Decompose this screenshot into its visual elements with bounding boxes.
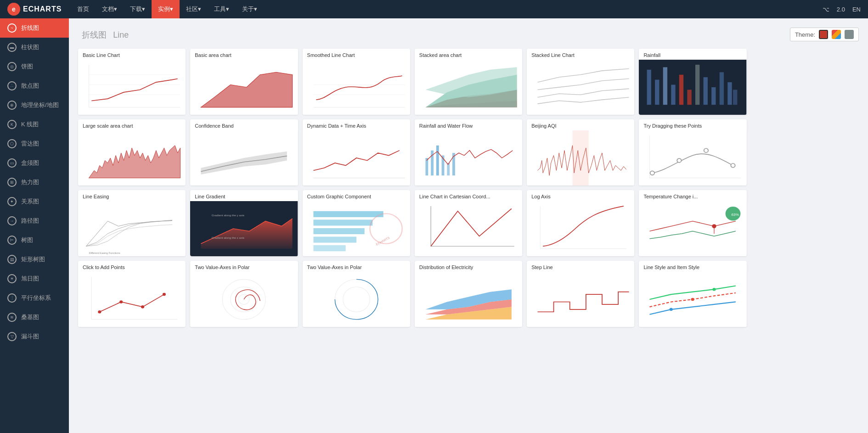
svg-rect-63 [313,236,356,242]
nav-community[interactable]: 社区▾ [180,0,208,18]
svg-text:Different Easing Functions: Different Easing Functions [89,252,120,254]
svg-rect-70 [527,201,634,256]
nav-download[interactable]: 下载▾ [124,0,152,18]
chart-preview-line-gradient: Gradient along the y axis Gradient along… [190,201,298,256]
sidebar-item-lines[interactable]: → 路径图 [0,211,69,231]
svg-rect-21 [663,67,667,105]
chart-title-cartesian: Line Chart in Cartesian Coord... [415,190,522,201]
chart-card-stacked-area[interactable]: Stacked area chart [415,49,522,115]
sidebar-label-scatter: 散点图 [21,82,39,90]
svg-rect-19 [647,70,651,105]
sidebar-label-bar: 柱状图 [21,43,39,51]
svg-rect-22 [671,85,676,105]
nav-tools[interactable]: 工具▾ [208,0,236,18]
chart-card-basic-area[interactable]: Basic area chart [190,49,298,115]
chart-title-two-polar2: Two Value-Axes in Polar [303,261,410,272]
chart-preview-temp-change: 63% [639,201,746,256]
sidebar-item-sankey[interactable]: ≋ 桑基图 [0,308,69,327]
theme-dot-red[interactable] [819,30,828,39]
chart-card-cartesian[interactable]: Line Chart in Cartesian Coord... [415,190,522,256]
chart-title-line-easing: Line Easing [78,190,186,201]
sidebar-item-geo[interactable]: ⊕ 地理坐标/地图 [0,96,69,115]
chart-card-step-line[interactable]: Step Line [527,261,634,327]
chart-title-line-style: Line Style and Item Style [639,261,746,272]
chart-title-basic-line: Basic Line Chart [78,49,186,60]
chart-preview-distribution [415,272,522,327]
sidebar-item-candlestick[interactable]: K K 线图 [0,115,69,134]
chart-grid-row1: Basic Line Chart [78,49,859,115]
nav-docs[interactable]: 文档▾ [96,0,124,18]
sidebar-item-bar[interactable]: ▬ 柱状图 [0,38,69,57]
sidebar-label-lines: 路径图 [21,217,39,225]
chart-card-large-scale[interactable]: Large scale area chart [78,119,186,186]
chart-card-line-gradient[interactable]: Line Gradient Gradient alo [190,190,298,256]
chart-card-click-add[interactable]: Click to Add Points [78,261,186,327]
svg-rect-26 [704,77,708,105]
chart-card-two-polar2[interactable]: Two Value-Axes in Polar [303,261,410,327]
sidebar-item-funnel[interactable]: ▽ 漏斗图 [0,327,69,346]
sidebar-item-heatmap[interactable]: ⊞ 热力图 [0,173,69,192]
svg-text:Gradient along the x axis: Gradient along the x axis [212,236,244,239]
lang-switch[interactable]: EN [852,6,861,13]
chart-preview-stacked-line [527,60,634,115]
scatter-icon: ∴ [7,81,17,90]
sidebar-item-sunburst[interactable]: ☀ 旭日图 [0,269,69,288]
chart-card-confidence-band[interactable]: Confidence Band [190,119,298,186]
nav-about[interactable]: 关于▾ [236,0,264,18]
chart-card-try-dragging[interactable]: Try Dragging these Points [639,119,746,186]
sidebar-item-parallel[interactable]: ⋮ 平行坐标系 [0,288,69,308]
sidebar-item-treemap[interactable]: ▤ 矩形树图 [0,250,69,269]
sidebar-item-tree[interactable]: ⊢ 树图 [0,231,69,250]
chart-card-rainfall[interactable]: Rainfall [639,49,746,115]
github-icon[interactable]: ⌥ [823,6,829,13]
chart-preview-log-axis [527,201,634,256]
chart-card-two-polar1[interactable]: Two Value-Axes in Polar [190,261,298,327]
radar-icon: ⬡ [7,139,17,148]
chart-card-dynamic-data[interactable]: Dynamic Data + Time Axis [303,119,410,186]
chart-card-smoothed-line[interactable]: Smoothed Line Chart [303,49,410,115]
page-title: 折线图 Line [78,28,129,40]
sidebar-label-radar: 雷达图 [21,140,39,148]
chart-card-basic-line[interactable]: Basic Line Chart [78,49,186,115]
lines-icon: → [7,216,17,225]
svg-point-99 [691,298,694,301]
chart-card-line-style[interactable]: Line Style and Item Style [639,261,746,327]
chart-title-temp-change: Temperature Change i... [639,190,746,201]
chart-title-custom-graphic: Custom Graphic Component [303,190,410,201]
svg-rect-40 [436,146,439,175]
chart-title-stacked-line: Stacked Line Chart [527,49,634,60]
nav-home[interactable]: 首页 [71,0,96,18]
chart-grid-row4: Click to Add Points Two Va [78,261,859,327]
sidebar-item-line[interactable]: ~ 折线图 [0,18,69,38]
svg-point-98 [670,308,673,311]
nav-examples[interactable]: 实例▾ [152,0,180,18]
chart-preview-custom-graphic: ECHARTS [303,201,410,256]
sidebar-label-heatmap: 热力图 [21,178,39,186]
sidebar-item-pie[interactable]: ◎ 饼图 [0,57,69,76]
logo-text: ECHARTS [23,5,62,13]
chart-card-beijing-aqi[interactable]: Beijing AQI [527,119,634,186]
svg-rect-28 [720,72,724,105]
svg-point-83 [141,305,144,309]
chart-title-stacked-area: Stacked area chart [415,49,522,60]
chart-card-temp-change[interactable]: Temperature Change i... 63% [639,190,746,256]
graph-icon: ✦ [7,197,17,206]
sidebar-item-radar[interactable]: ⬡ 雷达图 [0,134,69,153]
sidebar-item-graph[interactable]: ✦ 关系图 [0,192,69,211]
chart-card-stacked-line[interactable]: Stacked Line Chart [527,49,634,115]
sidebar-label-geo: 地理坐标/地图 [21,101,59,109]
chart-card-distribution[interactable]: Distribution of Electricity [415,261,522,327]
chart-title-confidence-band: Confidence Band [190,119,298,130]
chart-card-rainfall-water[interactable]: Rainfall and Water Flow [415,119,522,186]
chart-card-custom-graphic[interactable]: Custom Graphic Component ECHARTS [303,190,410,256]
theme-dot-colorful[interactable] [832,30,841,39]
sidebar-item-scatter[interactable]: ∴ 散点图 [0,76,69,96]
sidebar-item-boxplot[interactable]: ▭ 盒须图 [0,153,69,173]
chart-card-log-axis[interactable]: Log Axis [527,190,634,256]
chart-card-line-easing[interactable]: Line Easing Different Easing Functions [78,190,186,256]
logo[interactable]: e ECHARTS [7,3,62,16]
svg-text:Gradient along the y axis: Gradient along the y axis [212,214,244,217]
nav-right: ⌥ 2.0 EN [823,6,861,13]
theme-dot-dark[interactable] [845,30,854,39]
sidebar-label-funnel: 漏斗图 [21,332,39,341]
